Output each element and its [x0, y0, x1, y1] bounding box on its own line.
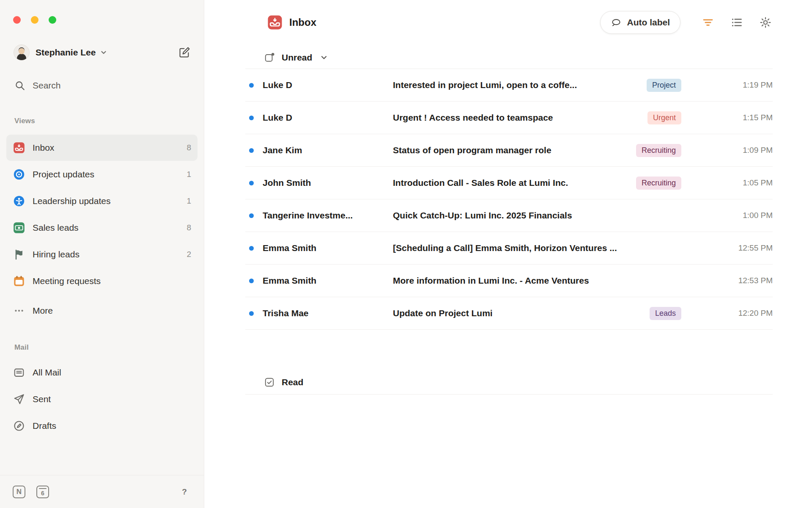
- sidebar-item-label: Project updates: [33, 169, 94, 179]
- email-subject: Urgent ! Access needed to teamspace: [393, 113, 647, 123]
- ellipsis-icon: [13, 304, 25, 317]
- email-sender: Luke D: [263, 80, 393, 90]
- email-time: 1:00 PM: [718, 211, 773, 220]
- main-header: Inbox Auto label: [245, 10, 773, 35]
- email-time: 12:20 PM: [718, 309, 773, 318]
- email-row[interactable]: Emma Smith More information in Lumi Inc.…: [245, 265, 773, 297]
- flag-icon: [13, 248, 25, 261]
- sidebar-item-label: All Mail: [33, 367, 61, 378]
- email-row[interactable]: Emma Smith [Scheduling a Call] Emma Smit…: [245, 232, 773, 265]
- sidebar-item-label: Inbox: [33, 143, 54, 153]
- person-circle-icon: [13, 195, 25, 207]
- email-time: 12:53 PM: [718, 276, 773, 285]
- email-label-badge: Project: [647, 79, 681, 92]
- mail-nav: All Mail Sent: [0, 359, 204, 439]
- envelope-icon: [13, 366, 25, 379]
- email-time: 12:55 PM: [718, 243, 773, 253]
- pencil-circle-icon: [13, 420, 25, 432]
- read-section-header[interactable]: Read: [245, 370, 773, 395]
- email-row[interactable]: Trisha Mae Update on Project Lumi Leads …: [245, 297, 773, 330]
- sidebar-item-count: 8: [187, 223, 191, 232]
- app-window: Stephanie Lee Search Views: [0, 0, 812, 508]
- email-sender: John Smith: [263, 178, 393, 188]
- header-actions: Auto label: [600, 11, 773, 34]
- views-nav: Inbox 8 Project updates 1: [0, 135, 204, 324]
- calendar-app-button[interactable]: 6: [36, 486, 49, 498]
- unread-section-header[interactable]: Unread: [245, 47, 773, 69]
- filter-button[interactable]: [701, 15, 715, 30]
- avatar: [14, 44, 30, 61]
- sidebar-item-sent[interactable]: Sent: [6, 386, 198, 412]
- notion-app-button[interactable]: N: [13, 486, 25, 498]
- email-time: 1:19 PM: [718, 80, 773, 90]
- email-row[interactable]: Tangerine Investme... Quick Catch-Up: Lu…: [245, 199, 773, 232]
- help-button[interactable]: ?: [178, 485, 191, 499]
- unread-dot: [249, 83, 254, 88]
- sidebar-item-project-updates[interactable]: Project updates 1: [6, 161, 198, 188]
- sidebar-item-more[interactable]: More: [6, 298, 198, 324]
- sidebar-item-all-mail[interactable]: All Mail: [6, 359, 198, 386]
- email-row[interactable]: Luke D Interested in project Lumi, open …: [245, 69, 773, 102]
- email-sender: Trisha Mae: [263, 308, 393, 318]
- banknote-icon: [13, 221, 25, 234]
- search-icon: [14, 80, 25, 91]
- sidebar: Stephanie Lee Search Views: [0, 0, 204, 508]
- unread-dot: [249, 279, 254, 283]
- email-sender: Emma Smith: [263, 243, 393, 253]
- lasso-icon: [611, 17, 622, 28]
- read-section-title: Read: [282, 377, 303, 387]
- sidebar-item-label: Leadership updates: [33, 196, 110, 206]
- compose-button[interactable]: [177, 45, 192, 60]
- email-subject: Update on Project Lumi: [393, 308, 650, 318]
- email-row[interactable]: Luke D Urgent ! Access needed to teamspa…: [245, 102, 773, 134]
- email-subject: Interested in project Lumi, open to a co…: [393, 80, 647, 90]
- email-subject: More information in Lumi Inc. - Acme Ven…: [393, 276, 718, 286]
- unread-email-list: Luke D Interested in project Lumi, open …: [245, 69, 773, 330]
- email-subject: Status of open program manager role: [393, 145, 636, 155]
- user-name: Stephanie Lee: [36, 47, 96, 58]
- email-sender: Emma Smith: [263, 276, 393, 286]
- email-sender: Luke D: [263, 113, 393, 123]
- sidebar-item-meeting-requests[interactable]: Meeting requests: [6, 268, 198, 294]
- unread-dot: [249, 181, 254, 185]
- page-title: Inbox: [289, 17, 316, 28]
- unread-dot: [249, 311, 254, 316]
- email-sender: Tangerine Investme...: [263, 210, 393, 221]
- zoom-window-button[interactable]: [49, 16, 56, 24]
- unread-dot: [249, 148, 254, 153]
- chevron-down-icon: [320, 53, 328, 62]
- email-subject: Introduction Call - Sales Role at Lumi I…: [393, 178, 636, 188]
- sidebar-item-label: Meeting requests: [33, 276, 101, 286]
- list-view-button[interactable]: [730, 15, 744, 30]
- sidebar-item-label: Sent: [33, 394, 51, 404]
- sidebar-item-count: 1: [187, 196, 191, 206]
- minimize-window-button[interactable]: [31, 16, 38, 24]
- email-label-badge: Leads: [650, 307, 681, 320]
- notion-logo-icon: N: [13, 486, 25, 498]
- email-row[interactable]: John Smith Introduction Call - Sales Rol…: [245, 167, 773, 199]
- close-window-button[interactable]: [13, 16, 21, 24]
- unread-dot: [249, 116, 254, 120]
- auto-label-button[interactable]: Auto label: [600, 11, 680, 34]
- sidebar-footer: N 6 ?: [0, 475, 204, 508]
- settings-gear-button[interactable]: [758, 15, 773, 30]
- sidebar-item-leadership-updates[interactable]: Leadership updates 1: [6, 188, 198, 214]
- window-controls: [13, 16, 204, 24]
- mail-section-title: Mail: [14, 343, 204, 353]
- account-switcher[interactable]: Stephanie Lee: [14, 43, 192, 62]
- search-button[interactable]: Search: [14, 78, 192, 93]
- sidebar-item-count: 2: [187, 250, 191, 259]
- sidebar-item-hiring-leads[interactable]: Hiring leads 2: [6, 241, 198, 268]
- email-label-badge: Recruiting: [636, 177, 681, 190]
- email-row[interactable]: Jane Kim Status of open program manager …: [245, 134, 773, 167]
- sidebar-item-label: More: [33, 306, 53, 316]
- unread-dot: [249, 246, 254, 251]
- email-label-badge: Recruiting: [636, 144, 681, 157]
- inbox-tray-icon: [13, 141, 25, 154]
- email-time: 1:15 PM: [718, 113, 773, 122]
- email-subject: [Scheduling a Call] Emma Smith, Horizon …: [393, 243, 718, 253]
- sidebar-item-sales-leads[interactable]: Sales leads 8: [6, 215, 198, 241]
- sidebar-item-inbox[interactable]: Inbox 8: [6, 135, 198, 161]
- sidebar-item-count: 1: [187, 170, 191, 179]
- sidebar-item-drafts[interactable]: Drafts: [6, 413, 198, 439]
